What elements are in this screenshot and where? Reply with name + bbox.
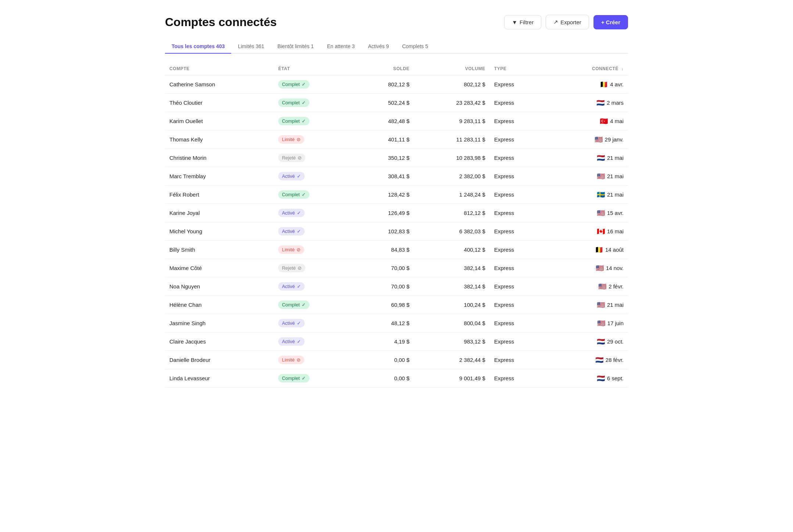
- status-badge: Activé ✓: [278, 172, 304, 180]
- status-badge: Activé ✓: [278, 282, 304, 291]
- tab-pending[interactable]: En attente 3: [320, 40, 362, 54]
- cell-volume: 2 382,00 $: [414, 167, 489, 186]
- cell-connecte: 🇺🇸 29 janv.: [547, 130, 628, 149]
- table-row[interactable]: Karine Joyal Activé ✓ 126,49 $ 812,12 $ …: [165, 204, 628, 222]
- cell-name: Thomas Kelly: [165, 130, 274, 149]
- flag-icon: 🇺🇸: [597, 301, 605, 309]
- cell-solde: 802,12 $: [354, 75, 414, 94]
- cell-name: Théo Cloutier: [165, 94, 274, 112]
- status-icon: ✓: [297, 173, 301, 179]
- cell-volume: 9 283,11 $: [414, 112, 489, 130]
- table-row[interactable]: Noa Nguyen Activé ✓ 70,00 $ 382,14 $ Exp…: [165, 277, 628, 296]
- date-value: 2 févr.: [609, 283, 624, 290]
- cell-volume: 6 382,03 $: [414, 222, 489, 241]
- cell-name: Karim Ouellet: [165, 112, 274, 130]
- table-row[interactable]: Karim Ouellet Complet ✓ 482,48 $ 9 283,1…: [165, 112, 628, 130]
- table-row[interactable]: Marc Tremblay Activé ✓ 308,41 $ 2 382,00…: [165, 167, 628, 186]
- flag-icon: 🇹🇷: [600, 117, 608, 125]
- col-compte: COMPTE: [165, 62, 274, 75]
- cell-solde: 0,00 $: [354, 351, 414, 369]
- cell-name: Billy Smith: [165, 241, 274, 259]
- page-title: Comptes connectés: [165, 15, 277, 29]
- flag-icon: 🇨🇦: [597, 227, 605, 236]
- cell-volume: 10 283,98 $: [414, 149, 489, 167]
- export-icon: ↗: [553, 19, 558, 25]
- tab-activated[interactable]: Activés 9: [361, 40, 395, 54]
- table-row[interactable]: Jasmine Singh Activé ✓ 48,12 $ 800,04 $ …: [165, 314, 628, 332]
- table-row[interactable]: Christine Morin Rejeté ⊘ 350,12 $ 10 283…: [165, 149, 628, 167]
- table-row[interactable]: Félix Robert Complet ✓ 128,42 $ 1 248,24…: [165, 186, 628, 204]
- cell-type: Express: [490, 204, 547, 222]
- cell-solde: 401,11 $: [354, 130, 414, 149]
- cell-volume: 983,12 $: [414, 332, 489, 351]
- table-row[interactable]: Claire Jacques Activé ✓ 4,19 $ 983,12 $ …: [165, 332, 628, 351]
- flag-icon: 🇧🇪: [595, 246, 603, 254]
- cell-name: Danielle Brodeur: [165, 351, 274, 369]
- cell-status: Complet ✓: [274, 369, 354, 388]
- status-badge: Limité ⊘: [278, 356, 304, 364]
- cell-connecte: 🇺🇸 15 avr.: [547, 204, 628, 222]
- cell-connecte: 🇨🇦 16 mai: [547, 222, 628, 241]
- table-row[interactable]: Thomas Kelly Limité ⊘ 401,11 $ 11 283,11…: [165, 130, 628, 149]
- flag-icon: 🇳🇱: [597, 374, 605, 382]
- table-row[interactable]: Danielle Brodeur Limité ⊘ 0,00 $ 2 382,4…: [165, 351, 628, 369]
- table-row[interactable]: Hélène Chan Complet ✓ 60,98 $ 100,24 $ E…: [165, 296, 628, 314]
- cell-type: Express: [490, 186, 547, 204]
- date-value: 29 janv.: [605, 136, 624, 143]
- cell-connecte: 🇺🇸 21 mai: [547, 296, 628, 314]
- table-row[interactable]: Maxime Côté Rejeté ⊘ 70,00 $ 382,14 $ Ex…: [165, 259, 628, 277]
- cell-name: Jasmine Singh: [165, 314, 274, 332]
- cell-solde: 4,19 $: [354, 332, 414, 351]
- status-icon: ⊘: [297, 357, 301, 363]
- cell-solde: 102,83 $: [354, 222, 414, 241]
- cell-type: Express: [490, 94, 547, 112]
- cell-status: Limité ⊘: [274, 241, 354, 259]
- status-badge: Activé ✓: [278, 227, 304, 236]
- export-button[interactable]: ↗ Exporter: [546, 15, 589, 29]
- cell-solde: 482,48 $: [354, 112, 414, 130]
- cell-volume: 11 283,11 $: [414, 130, 489, 149]
- date-value: 14 nov.: [606, 265, 624, 271]
- col-volume: VOLUME: [414, 62, 489, 75]
- cell-status: Activé ✓: [274, 222, 354, 241]
- col-connecte[interactable]: CONNECTÉ ↓: [547, 62, 628, 75]
- filter-button[interactable]: ▼ Filtrer: [504, 15, 541, 29]
- cell-name: Catherine Samson: [165, 75, 274, 94]
- cell-type: Express: [490, 149, 547, 167]
- date-value: 29 oct.: [607, 338, 624, 345]
- status-icon: ✓: [297, 210, 301, 216]
- tab-limited[interactable]: Limités 361: [231, 40, 271, 54]
- date-value: 21 mai: [607, 302, 624, 308]
- cell-connecte: 🇳🇱 2 mars: [547, 94, 628, 112]
- tab-soon-limited[interactable]: Bientôt limités 1: [271, 40, 320, 54]
- table-row[interactable]: Linda Levasseur Complet ✓ 0,00 $ 9 001,4…: [165, 369, 628, 388]
- table-row[interactable]: Michel Young Activé ✓ 102,83 $ 6 382,03 …: [165, 222, 628, 241]
- table-row[interactable]: Catherine Samson Complet ✓ 802,12 $ 802,…: [165, 75, 628, 94]
- create-button[interactable]: + Créer: [593, 15, 628, 29]
- status-icon: ⊘: [298, 265, 302, 271]
- status-badge: Complet ✓: [278, 301, 309, 309]
- status-badge: Complet ✓: [278, 117, 309, 125]
- status-icon: ✓: [302, 118, 306, 124]
- cell-solde: 308,41 $: [354, 167, 414, 186]
- cell-solde: 350,12 $: [354, 149, 414, 167]
- tab-complete[interactable]: Complets 5: [395, 40, 435, 54]
- table-row[interactable]: Billy Smith Limité ⊘ 84,83 $ 400,12 $ Ex…: [165, 241, 628, 259]
- tab-all[interactable]: Tous les comptes 403: [165, 40, 231, 54]
- cell-type: Express: [490, 314, 547, 332]
- cell-type: Express: [490, 296, 547, 314]
- table-row[interactable]: Théo Cloutier Complet ✓ 502,24 $ 23 283,…: [165, 94, 628, 112]
- cell-connecte: 🇳🇱 21 mai: [547, 149, 628, 167]
- flag-icon: 🇧🇪: [600, 80, 608, 89]
- accounts-table: COMPTE ÉTAT SOLDE VOLUME TYPE CONNECTÉ ↓…: [165, 62, 628, 388]
- cell-solde: 0,00 $: [354, 369, 414, 388]
- flag-icon: 🇸🇪: [597, 191, 605, 199]
- status-icon: ✓: [302, 302, 306, 308]
- date-value: 14 août: [605, 247, 624, 253]
- cell-volume: 800,04 $: [414, 314, 489, 332]
- cell-type: Express: [490, 351, 547, 369]
- cell-solde: 128,42 $: [354, 186, 414, 204]
- cell-status: Complet ✓: [274, 75, 354, 94]
- cell-type: Express: [490, 112, 547, 130]
- status-icon: ⊘: [297, 247, 301, 252]
